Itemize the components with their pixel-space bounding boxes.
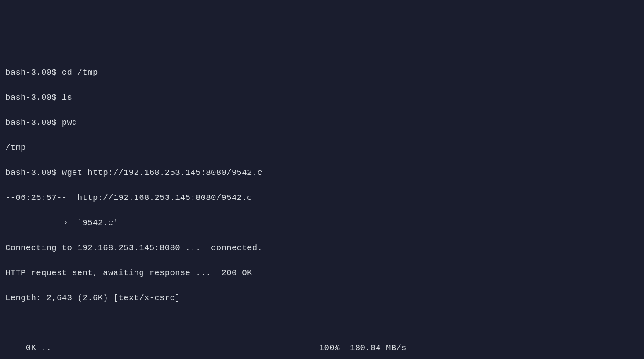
terminal-line: 0K .. 100% 180.04 MB/s (5, 342, 639, 355)
line-text: 0K .. 100% 180.04 MB/s (5, 343, 407, 353)
terminal-line: bash-3.00$ pwd (5, 116, 639, 129)
terminal-line: HTTP request sent, awaiting response ...… (5, 267, 639, 279)
terminal-line: bash-3.00$ wget http://192.168.253.145:8… (5, 167, 639, 179)
line-text: Length: 2,643 (2.6K) [text/x-csrc] (5, 293, 180, 303)
line-text: bash-3.00$ pwd (5, 118, 77, 127)
terminal-line: Length: 2,643 (2.6K) [text/x-csrc] (5, 292, 639, 305)
line-text: Connecting to 192.168.253.145:8080 ... c… (5, 243, 262, 253)
line-text: bash-3.00$ cd /tmp (5, 68, 98, 77)
terminal-line: ⇒ `9542.c' (5, 217, 639, 229)
terminal-output[interactable]: bash-3.00$ cd /tmp bash-3.00$ ls bash-3.… (5, 54, 639, 359)
terminal-line: --06:25:57-- http://192.168.253.145:8080… (5, 192, 639, 204)
line-text: ⇒ `9542.c' (5, 218, 119, 228)
line-text: /tmp (5, 143, 26, 152)
terminal-line: bash-3.00$ ls (5, 91, 639, 104)
line-text: --06:25:57-- http://192.168.253.145:8080… (5, 193, 252, 203)
terminal-line: /tmp (5, 141, 639, 154)
terminal-line: bash-3.00$ cd /tmp (5, 66, 639, 79)
line-text: bash-3.00$ ls (5, 93, 72, 102)
terminal-line (5, 317, 639, 330)
terminal-line: Connecting to 192.168.253.145:8080 ... c… (5, 242, 639, 254)
line-text: bash-3.00$ wget http://192.168.253.145:8… (5, 168, 262, 178)
line-text: HTTP request sent, awaiting response ...… (5, 268, 252, 278)
